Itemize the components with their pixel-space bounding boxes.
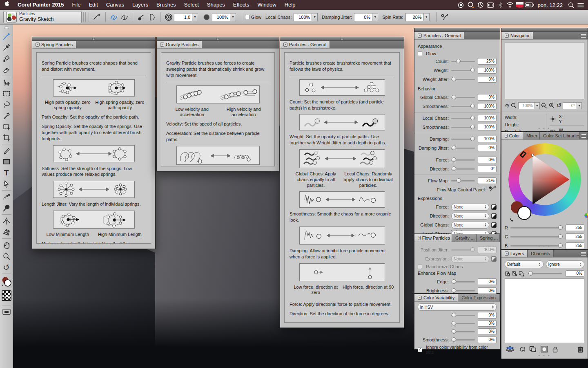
advanced-brush-settings-button[interactable] bbox=[439, 12, 450, 22]
tool-pen[interactable] bbox=[1, 145, 12, 156]
flag-pro-icon[interactable]: PRO bbox=[515, 0, 525, 10]
glow-checkbox[interactable] bbox=[245, 15, 249, 19]
spring-panel-grip[interactable] bbox=[32, 37, 155, 41]
smoothness1-value[interactable]: 100% bbox=[478, 103, 497, 110]
opacity-input[interactable] bbox=[212, 13, 230, 21]
bluetooth-icon[interactable] bbox=[495, 0, 505, 10]
smoothness2-slider[interactable] bbox=[451, 127, 475, 128]
close-icon[interactable]: × bbox=[160, 43, 164, 47]
navigator-settings-icon[interactable]: ⚙ bbox=[505, 103, 510, 109]
global-chaos-value[interactable]: 0% bbox=[478, 94, 497, 101]
color-set-stamp-icon[interactable] bbox=[584, 213, 588, 223]
menu-select[interactable]: Select bbox=[180, 0, 203, 10]
damping-value[interactable]: 100% bbox=[478, 136, 497, 142]
lock-layer-icon[interactable] bbox=[552, 346, 558, 353]
green-value[interactable]: 255 bbox=[566, 233, 584, 240]
direction-value[interactable]: 0° bbox=[478, 166, 497, 172]
clone-color-button[interactable] bbox=[136, 12, 147, 22]
tool-rectangle-shape[interactable] bbox=[1, 156, 12, 167]
panel-menu-icon[interactable] bbox=[579, 250, 588, 258]
position-jitter-slider[interactable] bbox=[451, 249, 475, 251]
tool-layer-adjuster[interactable] bbox=[1, 77, 12, 88]
keyboard-brightness-icon[interactable] bbox=[486, 0, 495, 10]
cv-slider3[interactable] bbox=[451, 331, 475, 332]
menu-effects[interactable]: Effects bbox=[229, 0, 254, 10]
tab-mixer[interactable]: Mixer bbox=[523, 132, 540, 139]
tool-magic-wand[interactable] bbox=[1, 110, 12, 121]
menu-layers[interactable]: Layers bbox=[128, 0, 152, 10]
green-slider[interactable] bbox=[510, 236, 563, 238]
smoothness2-value[interactable]: 100% bbox=[478, 124, 497, 130]
ignore-color-variability-checkbox[interactable] bbox=[418, 348, 422, 352]
cv-slider1[interactable] bbox=[451, 315, 475, 316]
composite-method-combo[interactable]: Default▲▼ bbox=[505, 260, 543, 268]
brush-size-input[interactable] bbox=[174, 13, 192, 21]
edge-slider[interactable] bbox=[451, 281, 475, 283]
flow-expression-invert-icon[interactable] bbox=[491, 256, 497, 262]
expr-global-chaos-invert-icon[interactable] bbox=[491, 222, 497, 228]
tab-particles-general-help[interactable]: × Particles - General bbox=[280, 41, 330, 48]
panel-resize-dots[interactable]: • • • bbox=[501, 244, 588, 248]
stroke-rotation-button[interactable] bbox=[147, 12, 157, 22]
layer-link-icon[interactable] bbox=[519, 271, 525, 276]
stroke-preview-button[interactable] bbox=[92, 12, 102, 22]
color-marker[interactable] bbox=[531, 154, 534, 157]
tab-gravity-truncated[interactable]: Gravity ... bbox=[452, 234, 477, 242]
zoom-out-icon[interactable] bbox=[541, 103, 548, 109]
tool-view-mode[interactable] bbox=[1, 306, 12, 317]
expr-force-combo[interactable]: None▲▼ bbox=[451, 204, 489, 211]
local-chaos-input[interactable] bbox=[294, 13, 312, 21]
global-chaos-slider[interactable] bbox=[451, 97, 475, 98]
damping-jitter-input[interactable] bbox=[354, 13, 372, 21]
panel-resize-dots[interactable]: • • • bbox=[414, 229, 500, 233]
tool-shape-selection[interactable] bbox=[1, 178, 12, 189]
menu-window[interactable]: Window bbox=[253, 0, 280, 10]
smoothness1-slider[interactable] bbox=[451, 106, 475, 107]
time-machine-icon[interactable] bbox=[476, 0, 486, 10]
zoom-loupe-icon[interactable] bbox=[511, 103, 517, 109]
delete-layer-icon[interactable] bbox=[577, 346, 584, 353]
tab-color-set-libraries[interactable]: Color Set Libraries bbox=[540, 132, 580, 139]
tool-paper-selector[interactable] bbox=[1, 289, 12, 303]
expr-direction-invert-icon[interactable] bbox=[491, 213, 497, 219]
local-chaos-dropdown[interactable]: ▾ bbox=[312, 13, 318, 21]
tool-rotate-page[interactable]: ↺ bbox=[1, 262, 12, 273]
brightness-slider[interactable] bbox=[451, 290, 475, 292]
toolbar-grip[interactable] bbox=[83, 12, 86, 22]
cv-smoothness-value[interactable]: 0% bbox=[478, 337, 497, 343]
flow-map-value[interactable]: 21% bbox=[478, 177, 497, 184]
pick-up-underlying-color-icon[interactable] bbox=[512, 271, 518, 276]
creative-cloud-warning-icon[interactable] bbox=[466, 0, 476, 10]
straight-line-strokes-button[interactable] bbox=[119, 12, 130, 22]
tool-magnifier[interactable] bbox=[1, 251, 12, 262]
tab-color-expression[interactable]: Color Expression bbox=[458, 294, 499, 301]
menu-brushes[interactable]: Brushes bbox=[152, 0, 180, 10]
close-icon[interactable]: × bbox=[283, 43, 287, 47]
close-icon[interactable]: × bbox=[418, 296, 422, 300]
preserve-transparency-icon[interactable] bbox=[505, 271, 511, 276]
tab-spring-truncated[interactable]: Spring ... bbox=[477, 234, 500, 242]
pg-grip[interactable] bbox=[414, 28, 500, 32]
count-slider[interactable] bbox=[451, 61, 475, 62]
panel-resize-dots[interactable]: • • • bbox=[501, 354, 588, 358]
app-name[interactable]: Corel Painter 2015 bbox=[13, 0, 68, 10]
direction-slider[interactable] bbox=[451, 168, 475, 170]
tool-lasso[interactable] bbox=[1, 99, 12, 110]
damping-jitter-slider[interactable] bbox=[451, 148, 475, 149]
tab-color-variability[interactable]: × Color Variability bbox=[414, 294, 458, 301]
tab-layers[interactable]: × Layers bbox=[501, 250, 528, 257]
layer-opacity-value[interactable]: 0% bbox=[566, 270, 584, 277]
close-icon[interactable]: × bbox=[505, 134, 508, 138]
damping-jitter-dropdown[interactable]: ▾ bbox=[372, 13, 378, 21]
cv-value3[interactable]: 0% bbox=[478, 328, 497, 335]
tool-paint-bucket[interactable] bbox=[1, 53, 12, 64]
red-slider[interactable] bbox=[510, 227, 563, 229]
panel-menu-icon[interactable] bbox=[580, 132, 588, 140]
rotate-canvas-icon[interactable]: ↺ bbox=[557, 102, 562, 109]
tab-color[interactable]: × Color bbox=[501, 132, 523, 139]
close-icon[interactable]: × bbox=[418, 34, 422, 38]
randomize-chaos-checkbox[interactable] bbox=[418, 265, 422, 269]
freehand-strokes-button[interactable] bbox=[109, 12, 119, 22]
flow-expression-combo[interactable]: None▲▼ bbox=[451, 256, 489, 263]
new-layer-icon[interactable] bbox=[529, 346, 537, 352]
